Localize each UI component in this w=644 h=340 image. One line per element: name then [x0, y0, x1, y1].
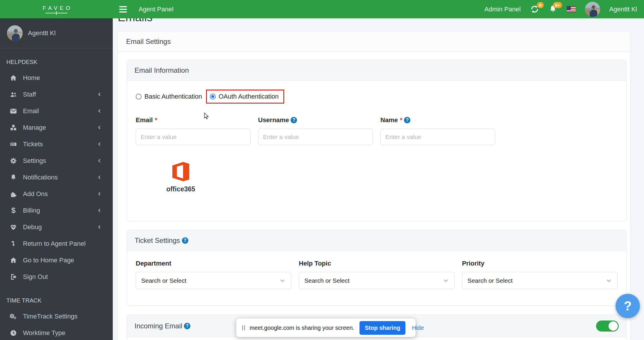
- sidebar-username: Agenttt Kl: [28, 29, 56, 37]
- empty-cell: [503, 116, 618, 145]
- email-field-group: Email *: [136, 116, 251, 145]
- sidebar-user-panel[interactable]: Agenttt Kl: [0, 18, 113, 48]
- email-information-card: Email Information Basic Authentication O…: [127, 60, 627, 221]
- level-down-icon: [9, 240, 18, 248]
- email-fields-row: Email * Username: [136, 116, 618, 145]
- refresh-button[interactable]: 0: [530, 5, 539, 14]
- puzzle-icon: [9, 190, 18, 198]
- chevron-down-icon: [443, 277, 449, 284]
- department-select[interactable]: Search or Select: [136, 272, 291, 289]
- faveo-logo-text: FAVEO: [43, 5, 72, 11]
- radio-selected-icon: [210, 94, 216, 99]
- email-settings-body: Email Information Basic Authentication O…: [118, 52, 630, 340]
- dollar-icon: $: [9, 207, 18, 215]
- screen-share-bar: meet.google.com is sharing your screen. …: [236, 318, 416, 337]
- priority-field-group: Priority Search or Select: [462, 260, 618, 289]
- home-icon: [9, 256, 18, 264]
- priority-select[interactable]: Search or Select: [462, 272, 618, 289]
- drag-handle-icon[interactable]: [242, 325, 245, 330]
- help-icon[interactable]: [182, 237, 188, 244]
- gears-icon: [9, 312, 18, 321]
- clock-icon: [9, 329, 18, 337]
- incoming-email-toggle[interactable]: [596, 321, 619, 332]
- name-input[interactable]: [380, 129, 495, 145]
- chevron-left-icon: [97, 142, 102, 147]
- home-icon: [9, 74, 18, 82]
- ticket-settings-card: Ticket Settings Department Search or Sel…: [127, 230, 627, 306]
- hamburger-menu-icon[interactable]: [119, 6, 127, 13]
- oauth-highlight-box: OAuth Authentication: [206, 90, 284, 104]
- faveo-logo-rule: [45, 13, 67, 13]
- gear-icon: [9, 157, 18, 165]
- language-flag-icon[interactable]: [567, 6, 576, 12]
- envelope-icon: [9, 107, 18, 115]
- department-field-group: Department Search or Select: [136, 260, 291, 289]
- help-topic-label: Help Topic: [299, 260, 454, 267]
- sidebar-item-debug[interactable]: Debug: [0, 219, 113, 235]
- cubes-icon: [9, 124, 18, 132]
- refresh-badge: 0: [537, 2, 543, 8]
- required-asterisk: *: [155, 116, 158, 124]
- main-content: Emails Email Settings Email Information …: [113, 18, 644, 340]
- chevron-left-icon: [97, 125, 102, 130]
- sidebar: Agenttt Kl HELPDESK Home Staff Email Man…: [0, 18, 113, 340]
- help-icon[interactable]: [291, 117, 297, 123]
- navbar-avatar[interactable]: [585, 2, 600, 17]
- stop-sharing-button[interactable]: Stop sharing: [359, 321, 405, 335]
- navbar-username[interactable]: Agenttt Kl: [609, 6, 637, 13]
- chevron-left-icon: [97, 191, 102, 196]
- office365-label: office365: [162, 185, 200, 193]
- chevron-left-icon: [97, 225, 102, 229]
- hide-link[interactable]: Hide: [412, 325, 424, 331]
- chevron-left-icon: [97, 158, 102, 163]
- department-label: Department: [136, 260, 291, 267]
- faveo-logo[interactable]: FAVEO: [0, 0, 113, 18]
- chevron-left-icon: [97, 208, 102, 213]
- sign-out-icon: [9, 273, 18, 281]
- menu-gap: [0, 285, 113, 294]
- priority-label: Priority: [462, 260, 618, 267]
- help-topic-field-group: Help Topic Search or Select: [299, 260, 454, 289]
- sidebar-item-timetrack-settings[interactable]: TimeTrack Settings: [0, 308, 113, 325]
- ticket-icon: [9, 140, 18, 148]
- sidebar-item-billing[interactable]: $ Billing: [0, 202, 113, 219]
- email-input[interactable]: [136, 129, 251, 145]
- auth-radio-group: Basic Authentication OAuth Authenticatio…: [136, 90, 618, 104]
- help-icon[interactable]: [404, 117, 410, 123]
- sidebar-item-home[interactable]: Home: [0, 70, 113, 86]
- users-icon: [9, 90, 18, 99]
- sidebar-item-sign-out[interactable]: Sign Out: [0, 268, 113, 285]
- help-topic-select[interactable]: Search or Select: [299, 272, 454, 289]
- email-information-header: Email Information: [127, 60, 626, 81]
- notifications-button[interactable]: 9+: [548, 5, 557, 14]
- sidebar-item-staff[interactable]: Staff: [0, 86, 113, 103]
- chevron-down-icon: [279, 277, 286, 284]
- office365-provider-button[interactable]: office365: [162, 159, 200, 193]
- notifications-badge: 9+: [553, 2, 562, 8]
- ticket-settings-header: Ticket Settings: [127, 230, 626, 251]
- oauth-auth-radio[interactable]: OAuth Authentication: [210, 93, 279, 100]
- section-time-track: TIME TRACK: [0, 294, 113, 308]
- office365-logo-icon: [169, 159, 192, 184]
- faveo-admin-screen: FAVEO Agent Panel Admin Panel 0 9+ Agent…: [0, 0, 644, 340]
- sidebar-item-email[interactable]: Email: [0, 103, 113, 119]
- help-fab-button[interactable]: ?: [616, 294, 640, 318]
- sidebar-item-addons[interactable]: Add Ons: [0, 186, 113, 202]
- sidebar-item-notifications[interactable]: Notifications: [0, 169, 113, 186]
- radio-circle-icon: [136, 94, 142, 99]
- sidebar-item-return-agent-panel[interactable]: Return to Agent Panel: [0, 235, 113, 252]
- required-asterisk: *: [400, 116, 403, 124]
- help-icon[interactable]: [184, 323, 190, 329]
- bell-icon: [9, 173, 18, 181]
- sidebar-avatar: [7, 25, 23, 41]
- email-settings-card: Email Settings Email Information Basic A…: [118, 31, 630, 340]
- sidebar-item-manage[interactable]: Manage: [0, 119, 113, 136]
- username-input[interactable]: [258, 129, 373, 145]
- basic-auth-radio[interactable]: Basic Authentication: [136, 93, 202, 100]
- sidebar-item-worktime-type[interactable]: Worktime Type: [0, 325, 113, 340]
- ticket-settings-body: Department Search or Select Help Topic S…: [127, 251, 626, 305]
- admin-panel-link[interactable]: Admin Panel: [484, 6, 521, 13]
- sidebar-item-go-home[interactable]: Go to Home Page: [0, 252, 113, 268]
- sidebar-item-settings[interactable]: Settings: [0, 152, 113, 169]
- sidebar-item-tickets[interactable]: Tickets: [0, 136, 113, 152]
